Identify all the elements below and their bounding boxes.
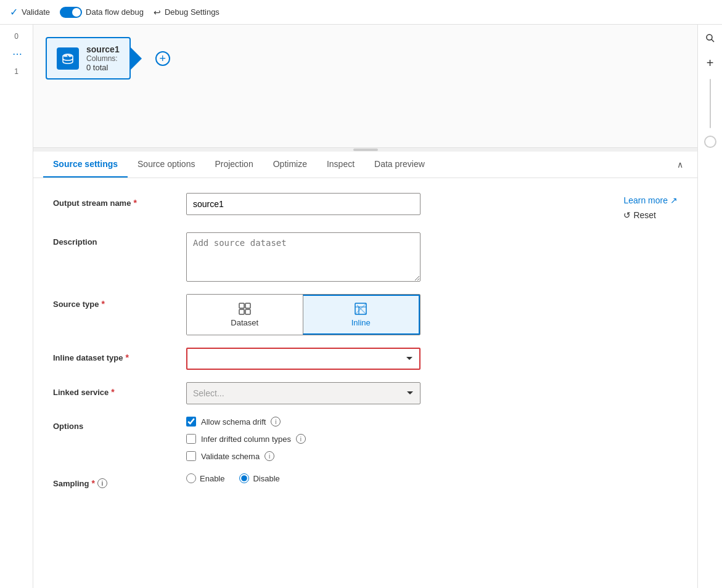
sidebar-num-1: 1 xyxy=(0,65,33,78)
inline-dataset-type-select[interactable] xyxy=(186,348,420,370)
inline-dataset-type-label: Inline dataset type * xyxy=(53,348,176,362)
svg-point-9 xyxy=(707,35,712,40)
tab-inspect[interactable]: Inspect xyxy=(317,152,364,178)
form-area: Output stream name * Learn more ↗ ↺ Rese… xyxy=(33,178,697,588)
tab-optimize[interactable]: Optimize xyxy=(263,152,317,178)
reset-icon: ↺ xyxy=(623,210,631,220)
linked-service-label: Linked service * xyxy=(53,382,176,397)
required-star-source-type: * xyxy=(101,299,104,309)
debug-settings-icon: ↩ xyxy=(154,7,161,17)
node-title: source1 xyxy=(86,44,120,54)
sidebar-dots: ⋯ xyxy=(12,48,21,60)
dataflow-debug-toggle[interactable]: Data flow debug xyxy=(60,7,144,18)
inline-dataset-type-row: Inline dataset type * xyxy=(53,348,678,370)
collapse-panel-button[interactable]: ∧ xyxy=(673,157,687,172)
tab-projection[interactable]: Projection xyxy=(205,152,263,178)
svg-rect-4 xyxy=(245,309,250,314)
reset-button[interactable]: ↺ Reset xyxy=(623,210,678,220)
main-container: 0 ⋯ 1 xyxy=(0,25,722,588)
add-node-button[interactable]: + xyxy=(155,51,170,66)
allow-schema-drift-checkbox[interactable] xyxy=(186,417,196,427)
infer-drifted-row: Infer drifted column types i xyxy=(186,434,678,444)
node-count: 0 total xyxy=(86,63,120,72)
inline-dataset-type-control xyxy=(186,348,678,370)
options-label: Options xyxy=(53,417,176,431)
learn-more-link[interactable]: Learn more ↗ xyxy=(623,195,678,205)
description-textarea[interactable] xyxy=(186,232,420,282)
tab-source-options[interactable]: Source options xyxy=(128,152,205,178)
tab-data-preview[interactable]: Data preview xyxy=(364,152,435,178)
debug-settings-button[interactable]: ↩ Debug Settings xyxy=(154,7,219,17)
inline-type-button[interactable]: Inline xyxy=(303,295,420,335)
sampling-info-icon[interactable]: i xyxy=(97,478,107,488)
sampling-disable-radio[interactable] xyxy=(239,473,249,483)
allow-schema-drift-info-icon[interactable]: i xyxy=(271,417,281,427)
svg-line-8 xyxy=(357,305,366,314)
output-stream-name-control xyxy=(186,193,609,215)
infer-drifted-info-icon[interactable]: i xyxy=(296,434,306,444)
sampling-enable-radio[interactable] xyxy=(186,473,196,483)
source-type-control: Dataset Inline xyxy=(186,294,678,335)
node-info: source1 Columns: 0 total xyxy=(86,44,120,72)
required-star-linked: * xyxy=(111,387,114,397)
linked-service-control: Select... xyxy=(186,382,678,404)
form-actions-name: Learn more ↗ ↺ Reset xyxy=(623,193,678,220)
required-star-inline: * xyxy=(125,353,128,362)
linked-service-row: Linked service * Select... xyxy=(53,382,678,404)
plus-icon[interactable]: + xyxy=(702,54,719,71)
sampling-disable-option[interactable]: Disable xyxy=(239,473,279,483)
options-group: Allow schema drift i Infer drifted colum… xyxy=(186,417,678,461)
inline-icon xyxy=(354,302,367,316)
allow-schema-drift-row: Allow schema drift i xyxy=(186,417,678,427)
output-stream-name-row: Output stream name * Learn more ↗ ↺ Rese… xyxy=(53,193,678,220)
right-circle xyxy=(704,136,716,148)
options-row: Options Allow schema drift i Infer drift… xyxy=(53,417,678,461)
dataset-type-button[interactable]: Dataset xyxy=(187,295,303,335)
linked-service-dropdown: Select... xyxy=(186,382,420,404)
output-stream-name-input[interactable] xyxy=(186,193,420,215)
sidebar-num-0: 0 xyxy=(0,30,33,43)
sampling-row: Sampling * i Enable Disable xyxy=(53,473,678,488)
infer-drifted-checkbox[interactable] xyxy=(186,434,196,444)
required-star-name: * xyxy=(133,198,136,208)
canvas-area: source1 Columns: 0 total + xyxy=(33,25,697,148)
node-db-icon xyxy=(57,47,79,70)
top-bar: ✓ Validate Data flow debug ↩ Debug Setti… xyxy=(0,0,722,25)
description-row: Description xyxy=(53,232,678,282)
sampling-radio-group: Enable Disable xyxy=(186,473,678,483)
options-control: Allow schema drift i Infer drifted colum… xyxy=(186,417,678,461)
inline-dataset-type-dropdown xyxy=(186,348,420,370)
left-sidebar: 0 ⋯ 1 xyxy=(0,25,33,588)
content-area: source1 Columns: 0 total + Source settin… xyxy=(33,25,697,588)
validate-check-icon: ✓ xyxy=(10,6,18,18)
tabs-bar: Source settings Source options Projectio… xyxy=(33,152,697,178)
validate-schema-checkbox[interactable] xyxy=(186,451,196,461)
debug-toggle-switch[interactable] xyxy=(60,7,82,18)
sampling-control: Enable Disable xyxy=(186,473,678,483)
svg-line-10 xyxy=(712,39,714,42)
output-stream-name-label: Output stream name * xyxy=(53,193,176,208)
validate-schema-row: Validate schema i xyxy=(186,451,678,461)
sampling-label: Sampling * i xyxy=(53,473,176,488)
validate-schema-info-icon[interactable]: i xyxy=(265,451,274,461)
validate-button[interactable]: ✓ Validate xyxy=(10,6,50,18)
source-node[interactable]: source1 Columns: 0 total xyxy=(46,37,131,80)
source-type-buttons: Dataset Inline xyxy=(186,294,420,335)
source-type-row: Source type * Dataset xyxy=(53,294,678,335)
dataset-grid-icon xyxy=(238,302,252,316)
tab-source-settings[interactable]: Source settings xyxy=(43,152,128,178)
svg-rect-1 xyxy=(239,303,244,308)
debug-settings-label: Debug Settings xyxy=(165,7,219,17)
search-icon[interactable] xyxy=(702,30,719,47)
sampling-enable-option[interactable]: Enable xyxy=(186,473,224,483)
node-columns-label: Columns: xyxy=(86,54,120,63)
right-sidebar: + xyxy=(697,25,722,588)
collapse-handle xyxy=(353,149,378,151)
validate-label: Validate xyxy=(22,7,50,17)
description-label: Description xyxy=(53,232,176,247)
svg-rect-2 xyxy=(245,303,250,308)
svg-rect-3 xyxy=(239,309,244,314)
dataflow-debug-label: Data flow debug xyxy=(86,7,144,17)
description-control xyxy=(186,232,678,282)
linked-service-select[interactable]: Select... xyxy=(186,382,420,404)
